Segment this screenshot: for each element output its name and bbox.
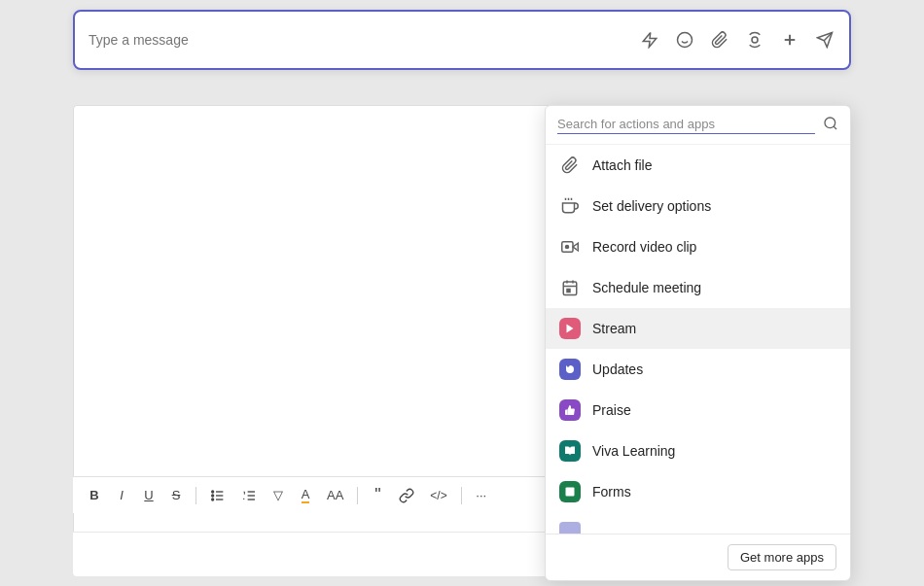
strikethrough-button[interactable]: S — [166, 485, 186, 505]
svg-rect-37 — [567, 290, 570, 293]
get-more-apps-bar: Get more apps — [546, 534, 850, 580]
menu-item-delivery-options[interactable]: Set delivery options — [546, 186, 850, 226]
attach-file-label: Attach file — [592, 157, 652, 173]
italic-button[interactable]: I — [112, 485, 131, 505]
record-video-label: Record video clip — [592, 239, 696, 255]
schedule-meeting-icon — [559, 277, 581, 298]
forms-icon — [559, 481, 581, 502]
separator-3 — [461, 487, 462, 504]
menu-item-viva-learning[interactable]: Viva Learning — [546, 431, 850, 471]
underline-button[interactable]: U — [139, 485, 159, 505]
more-button[interactable]: ··· — [472, 485, 491, 505]
numbered-list-button[interactable] — [237, 485, 261, 506]
quote-button[interactable]: " — [368, 482, 387, 508]
updates-label: Updates — [592, 362, 643, 377]
link-button[interactable] — [395, 485, 418, 506]
attach-icon-btn[interactable] — [709, 29, 730, 51]
font-size-button[interactable]: AA — [323, 485, 347, 505]
svg-point-3 — [752, 37, 758, 43]
search-bar — [546, 106, 850, 145]
svg-point-26 — [825, 118, 835, 128]
hidden-icon-circle — [559, 522, 581, 534]
separator-2 — [357, 487, 358, 504]
code-button[interactable]: </> — [426, 486, 450, 505]
svg-point-32 — [566, 246, 569, 249]
loop-icon-btn[interactable] — [744, 29, 765, 51]
search-input[interactable] — [557, 117, 815, 134]
menu-item-forms[interactable]: Forms — [546, 471, 850, 512]
svg-point-13 — [212, 499, 214, 500]
praise-app-icon — [559, 399, 581, 421]
emoji-icon-btn[interactable] — [674, 29, 695, 51]
plus-icon-btn-top[interactable] — [779, 29, 800, 51]
lightning-icon-btn[interactable] — [639, 29, 660, 51]
forms-app-icon — [559, 481, 581, 502]
forms-label: Forms — [592, 484, 631, 500]
search-icon-btn[interactable] — [823, 116, 838, 134]
separator-1 — [195, 487, 196, 504]
svg-line-27 — [834, 126, 836, 129]
praise-icon — [559, 399, 581, 421]
dropdown-panel: Attach file Set delivery options — [545, 105, 851, 581]
top-message-bar — [73, 10, 851, 70]
menu-item-stream[interactable]: Stream — [546, 308, 850, 349]
send-icon-btn-top[interactable] — [814, 29, 835, 51]
stream-app-icon — [559, 318, 581, 339]
get-more-apps-button[interactable]: Get more apps — [728, 544, 836, 570]
top-toolbar-icons — [639, 29, 835, 51]
bullet-list-button[interactable] — [206, 485, 230, 506]
hidden-app-icon — [559, 522, 581, 534]
main-container: B I U S ▽ A AA " </> — [0, 0, 924, 586]
viva-learning-icon — [559, 440, 581, 462]
delivery-options-label: Set delivery options — [592, 198, 711, 214]
praise-label: Praise — [592, 402, 631, 418]
decrease-indent-button[interactable]: ▽ — [268, 485, 288, 505]
viva-app-icon — [559, 440, 581, 462]
viva-learning-label: Viva Learning — [592, 443, 675, 459]
menu-item-attach-file[interactable]: Attach file — [546, 145, 850, 186]
menu-item-schedule-meeting[interactable]: Schedule meeting — [546, 267, 850, 308]
svg-point-0 — [678, 33, 693, 48]
updates-icon — [559, 359, 581, 380]
stream-icon — [559, 318, 581, 339]
top-message-input[interactable] — [89, 32, 639, 48]
updates-app-icon — [559, 359, 581, 380]
attach-file-icon — [559, 155, 581, 176]
svg-marker-38 — [567, 325, 574, 333]
delivery-options-icon — [559, 195, 581, 217]
highlight-button[interactable]: A — [296, 484, 315, 506]
svg-point-12 — [212, 495, 214, 497]
menu-item-record-video[interactable]: Record video clip — [546, 226, 850, 267]
menu-item-praise[interactable]: Praise — [546, 390, 850, 431]
schedule-meeting-label: Schedule meeting — [592, 280, 701, 295]
record-video-icon — [559, 236, 581, 258]
svg-point-11 — [212, 491, 214, 493]
menu-items-list: Attach file Set delivery options — [546, 145, 850, 534]
stream-label: Stream — [592, 321, 636, 336]
menu-item-hidden[interactable] — [546, 512, 850, 534]
bold-button[interactable]: B — [85, 485, 104, 505]
menu-item-updates[interactable]: Updates — [546, 349, 850, 390]
